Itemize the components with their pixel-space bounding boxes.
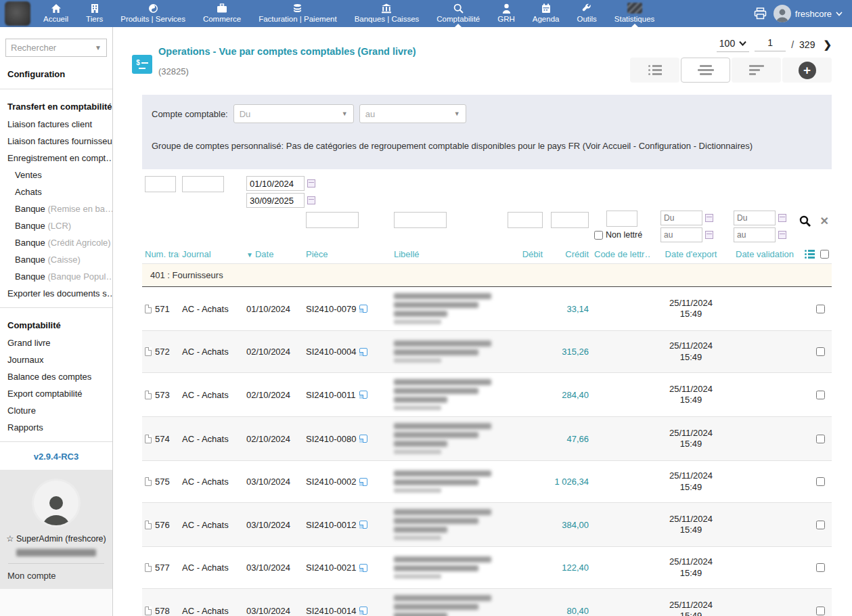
sidebar-item-banque[interactable]: Banque (LCR) [0,217,112,234]
logged-user-label[interactable]: ☆ SuperAdmin (freshcore) [0,531,112,548]
cell-piece[interactable]: SI2410-0004 [303,343,391,361]
sidebar-search-select[interactable]: Rechercher ▼ [5,39,107,57]
filter-credit-input[interactable] [551,212,589,228]
sidebar-section-title[interactable]: Transfert en comptabilité [0,89,112,116]
filter-piece-input[interactable] [306,212,359,228]
note-icon[interactable] [359,478,367,486]
col-libelle[interactable]: Libellé [391,249,499,259]
cell-piece[interactable]: SI2410-0002 [303,472,391,491]
table-row[interactable]: 575AC - Achats03/10/2024SI2410-00021 026… [142,461,832,503]
user-menu[interactable]: freshcore [773,5,843,22]
cell-piece[interactable]: SI2410-0079 [303,300,391,318]
cell-num[interactable]: 574 [142,430,179,448]
calendar-icon[interactable] [307,179,315,188]
note-icon[interactable] [359,564,367,572]
table-row[interactable]: 577AC - Achats03/10/2024SI2410-0021122,4… [142,547,832,589]
cell-num[interactable]: 572 [142,343,179,361]
sidebar-section-title[interactable]: Comptabilité [0,308,112,334]
sidebar-item-banque[interactable]: Banque (Caisse) [0,251,112,268]
cell-num[interactable]: 576 [142,516,179,534]
column-settings-icon[interactable] [805,250,815,259]
cell-num[interactable]: 578 [142,602,179,616]
note-icon[interactable] [359,348,367,356]
sidebar-item-liaison-factures-client[interactable]: Liaison factures client [0,116,112,133]
row-checkbox[interactable] [816,347,825,356]
clear-filters-icon[interactable]: ✕ [820,215,829,227]
nav-item-agenda[interactable]: Agenda [524,0,568,27]
note-icon[interactable] [359,305,367,313]
calendar-icon[interactable] [705,231,713,239]
note-icon[interactable] [359,521,367,529]
nav-item-grh[interactable]: GRH [489,0,524,27]
view-compact-button[interactable] [732,58,781,83]
sidebar-item-rapports[interactable]: Rapports [0,419,112,436]
row-checkbox[interactable] [816,607,825,615]
user-photo[interactable] [34,481,79,525]
row-checkbox[interactable] [816,477,825,486]
calendar-icon[interactable] [778,214,786,222]
table-row[interactable]: 576AC - Achats03/10/2024SI2410-0012384,0… [142,503,832,547]
account-from-select[interactable]: Du ▼ [233,104,354,123]
sidebar-item-configuration[interactable]: Configuration [0,57,112,83]
col-validation[interactable]: Date validation [731,249,799,259]
cell-piece[interactable]: SI2410-0012 [303,516,391,534]
col-credit[interactable]: Crédit [545,249,591,259]
table-row[interactable]: 572AC - Achats02/10/2024SI2410-0004315,2… [142,331,832,373]
page-size-select[interactable]: 100 [717,37,749,52]
calendar-icon[interactable] [705,214,713,222]
filter-validation-to-input[interactable] [734,227,776,242]
table-row[interactable]: 574AC - Achats02/10/2024SI2410-008047,66… [142,417,832,461]
sidebar-item-banque[interactable]: Banque (Crédit Agricole) [0,234,112,251]
note-icon[interactable] [359,391,367,399]
sidebar-item-grand-livre[interactable]: Grand livre [0,334,112,351]
note-icon[interactable] [359,435,367,443]
sidebar-item-journaux[interactable]: Journaux [0,351,112,368]
filter-num-input[interactable] [145,176,176,192]
col-journal[interactable]: Journal [179,249,244,259]
cell-num[interactable]: 577 [142,558,179,577]
print-icon[interactable] [754,7,767,20]
note-icon[interactable] [359,607,367,615]
sidebar-item-banque[interactable]: Banque (Banque Popul… [0,268,112,285]
sidebar-item-achats[interactable]: Achats [0,183,112,200]
calendar-icon[interactable] [778,231,786,239]
sidebar-item-liaison-factures-fournisseur[interactable]: Liaison factures fournisseur [0,133,112,150]
cell-num[interactable]: 571 [142,300,179,318]
select-all-checkbox[interactable] [820,250,829,259]
row-checkbox[interactable] [816,391,825,399]
cell-num[interactable]: 575 [142,472,179,491]
search-submit-icon[interactable] [799,215,811,227]
nav-item-produits-services[interactable]: Produits | Services [112,0,194,27]
my-account-link[interactable]: Mon compte [0,564,112,589]
version-link[interactable]: v2.9.4-RC3 [0,442,112,470]
filter-export-from-input[interactable] [660,211,702,225]
view-list-button[interactable] [630,58,679,83]
col-lettrage[interactable]: Code de lettr… [591,249,651,259]
filter-date-from-input[interactable] [246,176,305,191]
col-debit[interactable]: Débit [499,249,545,259]
view-fullwidth-button[interactable] [681,58,730,83]
filter-export-to-input[interactable] [660,227,702,242]
col-date[interactable]: ▼Date [244,249,303,259]
account-to-select[interactable]: au ▼ [359,104,466,123]
filter-debit-input[interactable] [508,212,543,228]
company-logo[interactable] [5,1,30,26]
calendar-icon[interactable] [307,196,315,204]
sidebar-item-export-comptabilit-[interactable]: Export comptabilité [0,385,112,402]
col-export[interactable]: Date d'export [651,249,731,259]
non-lettre-filter[interactable]: Non lettré [594,230,648,240]
cell-piece[interactable]: SI2410-0014 [303,602,391,616]
cell-num[interactable]: 573 [142,386,179,404]
next-page-button[interactable]: ❯ [820,39,832,51]
nav-item-commerce[interactable]: Commerce [194,0,250,27]
row-checkbox[interactable] [816,563,825,572]
sidebar-item-balance-des-comptes[interactable]: Balance des comptes [0,368,112,385]
cell-piece[interactable]: SI2410-0011 [303,386,391,404]
filter-validation-from-input[interactable] [734,211,776,225]
nav-item-banques-caisses[interactable]: Banques | Caisses [346,0,428,27]
sidebar-item-ventes[interactable]: Ventes [0,167,112,183]
filter-journal-input[interactable] [182,176,224,192]
table-row[interactable]: 578AC - Achats03/10/2024SI2410-001480,40… [142,589,832,616]
page-number-input[interactable] [755,37,786,51]
filter-libelle-input[interactable] [394,212,447,228]
